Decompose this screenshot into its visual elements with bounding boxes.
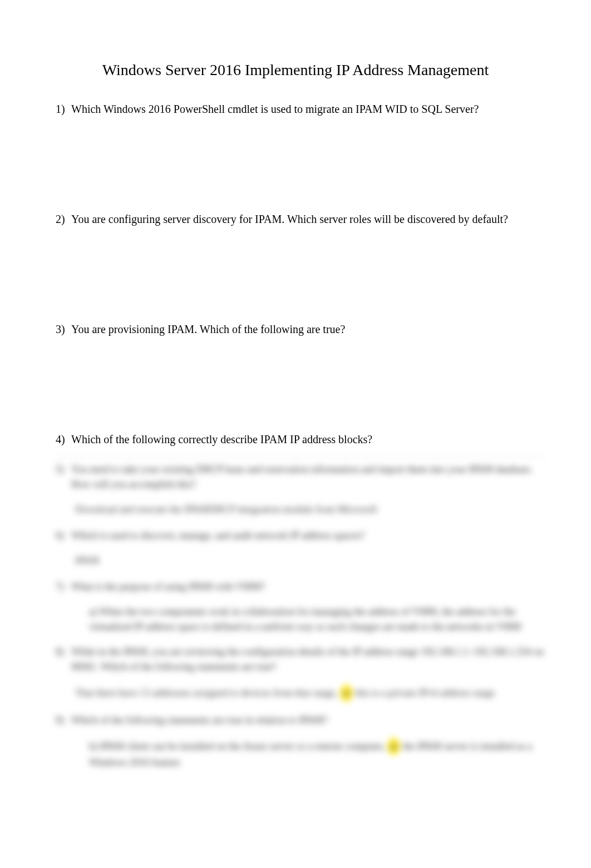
highlight-icon: or <box>340 685 353 702</box>
question-item: 2) You are configuring server discovery … <box>56 211 535 227</box>
blurred-text: Which is used to discover, manage, and a… <box>71 528 546 543</box>
blurred-number: 7) <box>56 579 71 594</box>
blurred-number: 6) <box>56 528 71 543</box>
question-number: 1) <box>56 101 71 117</box>
page-title: Windows Server 2016 Implementing IP Addr… <box>56 61 535 79</box>
question-text: You are provisioning IPAM. Which of the … <box>71 321 535 337</box>
question-number: 3) <box>56 321 71 337</box>
blurred-question: 9) Which of the following statements are… <box>56 713 546 728</box>
question-text: Which of the following correctly describ… <box>71 431 535 447</box>
question-number: 4) <box>56 431 71 447</box>
sub-text-part1: When the two components work in collabor… <box>89 606 521 632</box>
question-number: 2) <box>56 211 71 227</box>
sub-letter: b) <box>89 741 97 752</box>
blurred-number: 5) <box>56 462 71 492</box>
answer-part2: this is a private IPv4 address range <box>355 687 495 698</box>
blurred-sub-answer: a) When the two components work in colla… <box>89 604 546 634</box>
blurred-question: 8) While in the IPAM, you are reviewing … <box>56 644 546 674</box>
question-text: You are configuring server discovery for… <box>71 211 535 227</box>
blurred-preview-section: 5) You need to take your existing DHCP l… <box>56 450 546 780</box>
question-item: 4) Which of the following correctly desc… <box>56 431 535 447</box>
blurred-text: What is the purpose of using IPAM with V… <box>71 579 546 594</box>
blurred-number: 9) <box>56 713 71 728</box>
blurred-answer: Download and execute the IPAMDHCP integr… <box>75 502 546 517</box>
blurred-number: 8) <box>56 644 71 674</box>
blurred-text: Which of the following statements are tr… <box>71 713 546 728</box>
blurred-sub-answer: b) IPAM client can be installed on the A… <box>89 738 546 770</box>
blurred-question: 5) You need to take your existing DHCP l… <box>56 462 546 492</box>
highlight-icon: or <box>387 738 400 755</box>
blurred-text: You need to take your existing DHCP leas… <box>71 462 546 492</box>
sub-letter: a) <box>89 606 97 617</box>
blurred-text: While in the IPAM, you are reviewing the… <box>71 644 546 674</box>
question-item: 3) You are provisioning IPAM. Which of t… <box>56 321 535 337</box>
question-item: 1) Which Windows 2016 PowerShell cmdlet … <box>56 101 535 117</box>
blurred-question: 7) What is the purpose of using IPAM wit… <box>56 579 546 594</box>
sub-text-part1: IPAM client can be installed on the Azur… <box>100 741 385 752</box>
answer-part1: That there have 13 addresses assigned to… <box>75 687 337 698</box>
question-text: Which Windows 2016 PowerShell cmdlet is … <box>71 101 535 117</box>
blurred-question: 6) Which is used to discover, manage, an… <box>56 528 546 543</box>
blurred-answer: IPAM <box>75 553 546 568</box>
blurred-answer: That there have 13 addresses assigned to… <box>75 685 546 702</box>
